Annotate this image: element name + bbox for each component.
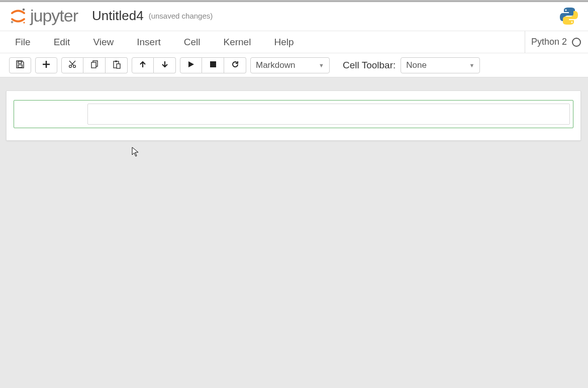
- kernel-indicator-icon: [572, 38, 581, 47]
- save-status: (unsaved changes): [149, 12, 213, 20]
- svg-rect-10: [117, 64, 120, 68]
- kernel-name: Python 2: [531, 37, 567, 47]
- move-down-button[interactable]: [154, 57, 176, 73]
- cell-type-value: Markdown: [256, 60, 295, 70]
- notebook-area: [0, 77, 588, 146]
- menu-cell[interactable]: Cell: [184, 37, 201, 48]
- copy-icon: [90, 60, 99, 70]
- menubar: File Edit View Insert Cell Kernel Help P…: [0, 31, 588, 53]
- svg-point-1: [11, 21, 14, 23]
- notebook-name[interactable]: Untitled4: [92, 8, 144, 24]
- paste-icon: [112, 60, 121, 70]
- svg-rect-7: [91, 62, 96, 68]
- toolbar: Markdown ▼ Cell Toolbar: None ▼: [0, 53, 588, 77]
- header-bar: jupyter Untitled4 (unsaved changes): [0, 2, 588, 31]
- menu-insert[interactable]: Insert: [137, 37, 161, 48]
- run-button[interactable]: [180, 57, 202, 73]
- menu-help[interactable]: Help: [274, 37, 293, 48]
- save-button[interactable]: [9, 57, 31, 73]
- refresh-icon: [231, 60, 239, 70]
- svg-point-4: [571, 21, 572, 23]
- move-up-button[interactable]: [132, 57, 154, 73]
- jupyter-logo[interactable]: jupyter: [9, 6, 78, 26]
- cell-input[interactable]: [87, 104, 570, 125]
- cell-toolbar-label: Cell Toolbar:: [343, 60, 396, 71]
- svg-rect-11: [210, 61, 216, 67]
- cell-toolbar-value: None: [406, 60, 427, 70]
- cell-type-select[interactable]: Markdown ▼: [250, 57, 330, 73]
- paste-button[interactable]: [106, 57, 128, 73]
- play-icon: [187, 61, 194, 69]
- menu-view[interactable]: View: [93, 37, 114, 48]
- cell-toolbar-select[interactable]: None ▼: [401, 57, 480, 73]
- logo-text: jupyter: [30, 6, 78, 26]
- chevron-down-icon: ▼: [469, 62, 474, 68]
- svg-rect-9: [115, 61, 117, 62]
- svg-point-2: [23, 22, 25, 23]
- svg-point-3: [565, 9, 566, 11]
- mouse-cursor-icon: [132, 147, 139, 157]
- svg-point-5: [69, 65, 72, 68]
- notebook-container: [6, 90, 581, 141]
- add-cell-button[interactable]: [35, 57, 57, 73]
- svg-point-0: [23, 8, 25, 11]
- stop-icon: [210, 61, 217, 69]
- cut-button[interactable]: [61, 57, 83, 73]
- markdown-cell[interactable]: [14, 100, 573, 128]
- cell-prompt: [17, 104, 87, 125]
- menu-edit[interactable]: Edit: [54, 37, 70, 48]
- svg-point-6: [73, 65, 76, 68]
- arrow-up-icon: [139, 60, 147, 70]
- menu-kernel[interactable]: Kernel: [223, 37, 251, 48]
- chevron-down-icon: ▼: [319, 62, 324, 68]
- jupyter-logo-icon: [9, 7, 27, 25]
- arrow-down-icon: [161, 60, 169, 70]
- scissors-icon: [68, 60, 77, 70]
- python-logo-icon: [559, 6, 579, 26]
- plus-icon: [42, 60, 50, 70]
- save-icon: [16, 60, 25, 70]
- interrupt-button[interactable]: [202, 57, 224, 73]
- copy-button[interactable]: [83, 57, 106, 73]
- menu-file[interactable]: File: [15, 37, 31, 48]
- restart-button[interactable]: [224, 57, 246, 73]
